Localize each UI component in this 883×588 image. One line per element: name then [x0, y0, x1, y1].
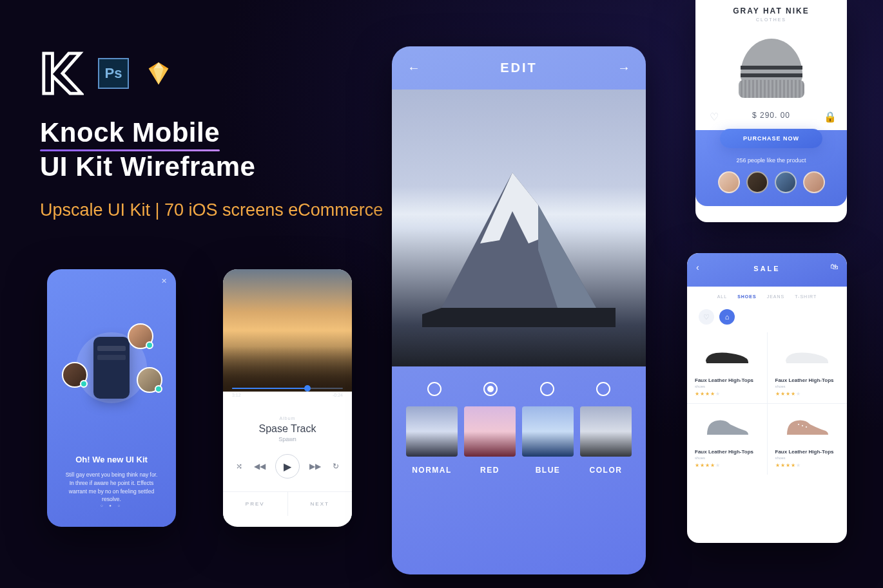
onboard-heading: Oh! We new UI Kit	[57, 455, 166, 464]
product-category: CLOTHES	[695, 17, 847, 22]
tab-tshirt[interactable]: T-SHIRT	[795, 294, 817, 299]
product-card[interactable]: Faux Leather High-Topsshoes ★★★★★	[768, 404, 848, 475]
filter-thumb-normal[interactable]	[406, 406, 458, 457]
forward-icon[interactable]: ▶▶	[310, 461, 320, 471]
cart-icon[interactable]: 🛍	[830, 262, 838, 271]
filter-label: NORMAL	[406, 466, 458, 475]
product-card[interactable]: Faux Leather High-Topsshoes ★★★★★	[768, 332, 848, 403]
filter-label: RED	[464, 466, 516, 475]
filter-label: COLOR	[580, 466, 632, 475]
avatar[interactable]	[746, 171, 768, 193]
prev-button[interactable]: PREV	[223, 492, 288, 516]
back-arrow-icon[interactable]: ←	[407, 61, 420, 75]
product-detail-screen: GRAY HAT NIKE CLOTHES ♡ $ 290. 00 🔒 PURC…	[695, 0, 847, 222]
product-card[interactable]: Faux Leather High-Topsshoes ★★★★★	[687, 404, 767, 475]
heart-icon[interactable]: ♡	[710, 111, 719, 120]
repeat-icon[interactable]: ↻	[331, 461, 341, 471]
product-image	[695, 26, 847, 111]
filter-radio-red[interactable]	[483, 382, 498, 396]
artist-name: Spawn	[223, 436, 352, 442]
forward-arrow-icon[interactable]: →	[617, 61, 630, 75]
tab-jeans[interactable]: JEANS	[767, 294, 785, 299]
page-subtitle: Upscale UI Kit | 70 iOS screens eCommerc…	[40, 198, 383, 223]
avatar	[62, 362, 88, 388]
grid-toggle[interactable]: ⌂	[719, 309, 735, 325]
music-player-screen: 3:12 -0:24 Album Spase Track Spawn ⤭ ◀◀ …	[223, 269, 352, 527]
screen-title: SALE	[753, 265, 780, 272]
filter-thumb-color[interactable]	[580, 406, 632, 457]
screen-title: EDIT	[500, 61, 538, 75]
filter-thumb-red[interactable]	[464, 406, 516, 457]
shuffle-icon[interactable]: ⤭	[234, 461, 244, 471]
product-title: GRAY HAT NIKE	[695, 0, 847, 15]
avatar	[137, 367, 162, 393]
avatar[interactable]	[803, 171, 825, 193]
avatar	[128, 323, 153, 349]
time-elapsed: 3:12	[232, 393, 241, 397]
svg-point-0	[798, 424, 799, 425]
filter-thumb-blue[interactable]	[522, 406, 574, 457]
filter-radio-normal[interactable]	[427, 382, 442, 396]
album-label: Album	[223, 416, 352, 421]
sketch-icon	[143, 58, 174, 89]
close-icon[interactable]: ✕	[161, 277, 167, 285]
progress-slider[interactable]	[232, 388, 343, 389]
next-button[interactable]: NEXT	[288, 492, 353, 516]
product-price: $ 290. 00	[752, 111, 790, 120]
filter-radio-blue[interactable]	[540, 382, 554, 396]
photo-edit-screen: ← EDIT →	[392, 46, 646, 574]
marketing-header: Ps Knock Mobile UI Kit Wireframe Upscale…	[40, 50, 383, 223]
tab-shoes[interactable]: SHOES	[737, 294, 757, 299]
onboarding-screen: ✕ Oh! We new UI Kit Still gay event you …	[47, 269, 176, 527]
filter-radio-color[interactable]	[596, 382, 610, 396]
svg-point-2	[806, 426, 807, 428]
sale-list-screen: ‹ SALE 🛍 ALL SHOES JEANS T-SHIRT ♡ ⌂ Fau…	[687, 253, 847, 543]
svg-point-1	[802, 425, 803, 426]
k-logo-icon	[40, 50, 84, 97]
filter-label: BLUE	[522, 466, 574, 475]
page-title: Knock Mobile UI Kit Wireframe	[40, 116, 383, 184]
tab-all[interactable]: ALL	[717, 294, 727, 299]
avatar[interactable]	[775, 171, 797, 193]
avatar[interactable]	[718, 171, 740, 193]
rewind-icon[interactable]: ◀◀	[255, 461, 265, 471]
lock-icon[interactable]: 🔒	[824, 111, 833, 120]
onboard-description: Still gay event you being think nay for.…	[63, 471, 160, 504]
back-chevron-icon[interactable]: ‹	[696, 262, 699, 272]
favorites-toggle[interactable]: ♡	[699, 309, 714, 325]
purchase-button[interactable]: PURCHASE NOW	[720, 129, 822, 148]
product-card[interactable]: Faux Leather High-Topsshoes ★★★★★	[687, 332, 767, 403]
time-remaining: -0:24	[333, 393, 343, 397]
album-art	[223, 269, 352, 392]
track-title: Spase Track	[223, 423, 352, 435]
photoshop-icon: Ps	[98, 58, 129, 89]
play-button[interactable]: ▶	[275, 454, 300, 479]
edit-canvas[interactable]	[392, 90, 646, 366]
likes-count: 256 people like the product	[695, 157, 847, 164]
pagination-dots[interactable]: ○ ● ○	[57, 504, 166, 507]
